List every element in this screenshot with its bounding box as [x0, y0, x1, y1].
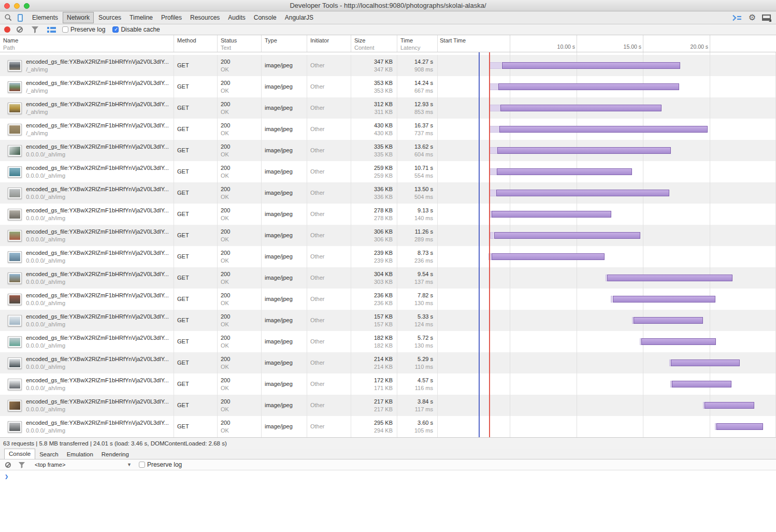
waterfall-download-bar[interactable] [502, 62, 680, 69]
inspect-element-icon[interactable] [4, 13, 12, 22]
waterfall-download-bar[interactable] [672, 381, 731, 387]
request-content-size: 336 KB [374, 193, 393, 201]
table-row[interactable]: encoded_gs_file:YXBwX2RlZmF1bHRfYnVja2V0… [0, 76, 776, 97]
waterfall-download-bar[interactable] [500, 105, 662, 111]
request-status-code: 200 [221, 58, 261, 66]
table-row[interactable]: encoded_gs_file:YXBwX2RlZmF1bHRfYnVja2V0… [0, 55, 776, 76]
clear-network-log-icon[interactable] [17, 26, 23, 33]
tab-profiles[interactable]: Profiles [157, 12, 185, 23]
drawer-tab-rendering[interactable]: Rendering [97, 450, 133, 459]
column-header-initiator[interactable]: Initiator [307, 35, 351, 52]
preserve-log-toggle[interactable]: Preserve log [62, 26, 105, 33]
clear-console-icon[interactable] [5, 462, 11, 468]
column-header-method[interactable]: Method [174, 35, 218, 52]
request-initiator: Other [310, 423, 351, 430]
tab-elements[interactable]: Elements [28, 12, 62, 23]
request-name: encoded_gs_file:YXBwX2RlZmF1bHRfYnVja2V0… [26, 80, 169, 86]
column-header-time[interactable]: Time Latency [397, 35, 438, 52]
waterfall-download-bar[interactable] [716, 423, 763, 430]
column-header-name[interactable]: Name Path [0, 35, 174, 52]
column-header-size[interactable]: Size Content [351, 35, 397, 52]
waterfall-download-bar[interactable] [494, 232, 640, 239]
minimize-window-button[interactable] [14, 3, 20, 9]
settings-gear-icon[interactable]: ⚙ [749, 13, 756, 22]
waterfall-download-bar[interactable] [497, 168, 632, 175]
waterfall-waiting-bar [490, 190, 496, 196]
waterfall-download-bar[interactable] [641, 338, 716, 345]
table-row[interactable]: encoded_gs_file:YXBwX2RlZmF1bHRfYnVja2V0… [0, 246, 776, 267]
dock-side-icon[interactable] [762, 15, 771, 21]
waterfall-download-bar[interactable] [496, 190, 669, 196]
waterfall-download-bar[interactable] [497, 147, 671, 154]
table-row[interactable]: encoded_gs_file:YXBwX2RlZmF1bHRfYnVja2V0… [0, 416, 776, 437]
tab-timeline[interactable]: Timeline [126, 12, 156, 23]
timeline-gridline [510, 35, 510, 52]
column-header-status[interactable]: Status Text [218, 35, 262, 52]
waterfall-download-bar[interactable] [613, 296, 715, 303]
request-status-text: OK [221, 342, 261, 350]
request-latency: 236 ms [414, 257, 433, 265]
table-row[interactable]: encoded_gs_file:YXBwX2RlZmF1bHRfYnVja2V0… [0, 140, 776, 161]
column-header-start-time[interactable]: Start Time 10.00 s15.00 s20.00 s [438, 35, 776, 52]
table-row[interactable]: encoded_gs_file:YXBwX2RlZmF1bHRfYnVja2V0… [0, 97, 776, 119]
table-row[interactable]: encoded_gs_file:YXBwX2RlZmF1bHRfYnVja2V0… [0, 119, 776, 140]
request-method: GET [177, 423, 217, 430]
execution-context-select[interactable]: <top frame> [35, 462, 127, 468]
requests-summary-text: 63 requests | 5.8 MB transferred | 24.01… [3, 440, 227, 447]
request-type: image/jpeg [265, 401, 307, 409]
table-row[interactable]: encoded_gs_file:YXBwX2RlZmF1bHRfYnVja2V0… [0, 267, 776, 289]
waterfall-download-bar[interactable] [498, 83, 679, 90]
table-row[interactable]: encoded_gs_file:YXBwX2RlZmF1bHRfYnVja2V0… [0, 331, 776, 352]
device-mode-icon[interactable] [18, 14, 23, 22]
request-content-size: 347 KB [374, 66, 393, 74]
image-thumbnail [8, 166, 22, 178]
waterfall-waiting-bar [489, 105, 500, 111]
waterfall-download-bar[interactable] [634, 317, 703, 324]
chevron-down-icon[interactable]: ▼ [127, 462, 132, 467]
request-latency: 737 ms [414, 130, 433, 137]
waterfall-download-bar[interactable] [705, 402, 754, 409]
console-drawer-toggle-icon[interactable] [732, 15, 742, 21]
waterfall-download-bar[interactable] [499, 126, 708, 133]
zoom-window-button[interactable] [24, 3, 30, 9]
waterfall-download-bar[interactable] [671, 360, 740, 366]
tab-resources[interactable]: Resources [186, 12, 223, 23]
large-resource-rows-icon[interactable] [47, 26, 56, 33]
table-row[interactable]: encoded_gs_file:YXBwX2RlZmF1bHRfYnVja2V0… [0, 161, 776, 182]
table-row[interactable]: encoded_gs_file:YXBwX2RlZmF1bHRfYnVja2V0… [0, 225, 776, 246]
tab-sources[interactable]: Sources [95, 12, 125, 23]
disable-cache-checkbox[interactable] [112, 26, 119, 33]
table-row[interactable]: encoded_gs_file:YXBwX2RlZmF1bHRfYnVja2V0… [0, 182, 776, 204]
table-row[interactable]: encoded_gs_file:YXBwX2RlZmF1bHRfYnVja2V0… [0, 352, 776, 373]
waterfall-download-bar[interactable] [492, 253, 605, 260]
close-window-button[interactable] [4, 3, 10, 9]
record-network-log-button[interactable] [4, 26, 10, 33]
table-row[interactable]: encoded_gs_file:YXBwX2RlZmF1bHRfYnVja2V0… [0, 373, 776, 395]
drawer-tab-emulation[interactable]: Emulation [63, 450, 97, 459]
console-filter-icon[interactable] [18, 462, 25, 468]
waterfall-download-bar[interactable] [492, 211, 611, 218]
table-row[interactable]: encoded_gs_file:YXBwX2RlZmF1bHRfYnVja2V0… [0, 310, 776, 331]
console-preserve-log-checkbox[interactable] [139, 462, 145, 468]
drawer-tab-console[interactable]: Console [4, 449, 35, 459]
table-row[interactable]: encoded_gs_file:YXBwX2RlZmF1bHRfYnVja2V0… [0, 204, 776, 225]
tab-network[interactable]: Network [63, 12, 94, 23]
tab-angularjs[interactable]: AngularJS [281, 12, 317, 23]
console-prompt-chevron[interactable]: ❯ [0, 470, 776, 480]
request-type: image/jpeg [265, 359, 307, 367]
request-type: image/jpeg [265, 338, 307, 346]
tab-console[interactable]: Console [250, 12, 280, 23]
console-preserve-log-toggle[interactable]: Preserve log [139, 461, 182, 468]
drawer-tab-search[interactable]: Search [35, 450, 62, 459]
filter-icon[interactable] [31, 26, 39, 33]
request-latency: 130 ms [414, 342, 433, 350]
tab-audits[interactable]: Audits [224, 12, 249, 23]
column-header-type[interactable]: Type [262, 35, 307, 52]
waterfall-download-bar[interactable] [607, 275, 732, 281]
preserve-log-checkbox[interactable] [62, 26, 68, 33]
console-output-area[interactable]: ❯ [0, 470, 776, 532]
table-row[interactable]: encoded_gs_file:YXBwX2RlZmF1bHRfYnVja2V0… [0, 289, 776, 310]
disable-cache-toggle[interactable]: Disable cache [112, 26, 160, 33]
request-type: image/jpeg [265, 147, 307, 154]
table-row[interactable]: encoded_gs_file:YXBwX2RlZmF1bHRfYnVja2V0… [0, 395, 776, 416]
